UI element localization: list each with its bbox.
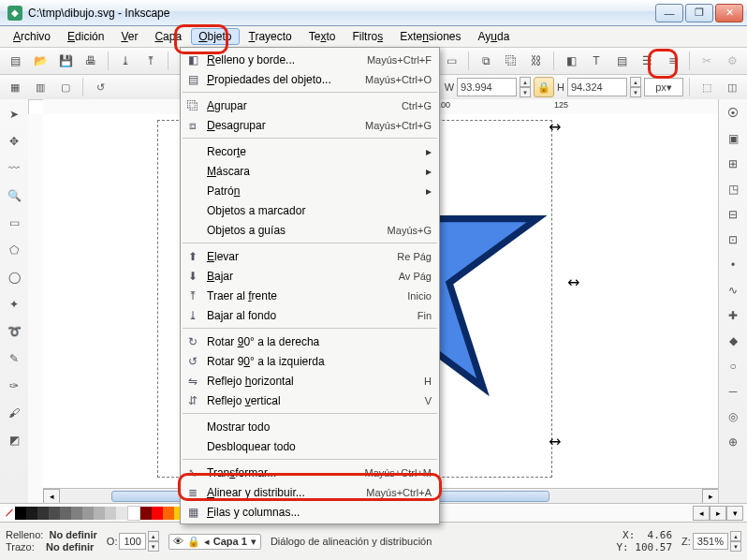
swatch[interactable] bbox=[105, 507, 116, 520]
sel-none-icon[interactable]: ▢ bbox=[54, 76, 77, 98]
menu-archivo[interactable]: Archivo bbox=[6, 28, 58, 45]
new-file-icon[interactable]: ▤ bbox=[4, 50, 26, 72]
duplicate-icon[interactable]: ⧉ bbox=[475, 50, 497, 72]
swatch[interactable] bbox=[163, 507, 174, 520]
snap-object-center-icon[interactable]: ◎ bbox=[722, 405, 744, 428]
swatch[interactable] bbox=[94, 507, 105, 520]
menu-trayecto[interactable]: Trayecto bbox=[242, 28, 300, 45]
text-icon[interactable]: T bbox=[585, 50, 608, 72]
swatch[interactable] bbox=[15, 507, 26, 520]
affect-corner-icon[interactable]: ◫ bbox=[721, 76, 743, 98]
sel-handle-se[interactable]: ↔ bbox=[549, 433, 561, 450]
menu-desbloquear-todo[interactable]: Desbloquear todo bbox=[181, 436, 439, 456]
menu-bajar[interactable]: ⬇ BajarAv Pág bbox=[181, 266, 439, 286]
opacity-input[interactable]: 100 bbox=[119, 533, 145, 550]
snap-path-icon[interactable]: ∿ bbox=[722, 279, 744, 302]
menu-capa[interactable]: Capa bbox=[147, 28, 189, 45]
tool-calligraphy-icon[interactable]: 🖌 bbox=[2, 401, 26, 425]
menu-propiedades[interactable]: ▤ Propiedades del objeto... Mayús+Ctrl+O bbox=[181, 69, 439, 89]
menu-objeto[interactable]: Objeto bbox=[191, 28, 239, 45]
swatch[interactable] bbox=[127, 506, 140, 521]
menu-ayuda[interactable]: Ayuda bbox=[471, 28, 518, 45]
maximize-button[interactable]: ❐ bbox=[685, 4, 713, 22]
width-input[interactable]: 93.994 bbox=[457, 78, 517, 96]
snap-intersect-icon[interactable]: ✚ bbox=[722, 304, 744, 327]
sel-handle-ne[interactable]: ↔ bbox=[549, 118, 561, 136]
zoom-spinner[interactable]: ▲▼ bbox=[730, 531, 741, 552]
open-file-icon[interactable]: 📂 bbox=[29, 50, 51, 72]
tool-selector-icon[interactable]: ➤ bbox=[2, 102, 26, 126]
snap-midedge-icon[interactable]: ⊟ bbox=[722, 203, 744, 226]
tool-spiral-icon[interactable]: ➰ bbox=[2, 319, 26, 344]
menu-filas[interactable]: ▦ Filas y columnas... bbox=[181, 502, 439, 522]
scroll-right-icon[interactable]: ▸ bbox=[702, 489, 719, 504]
menu-elevar[interactable]: ⬆ ElevarRe Pág bbox=[181, 246, 439, 266]
swatch[interactable] bbox=[37, 507, 49, 520]
sel-handle-e[interactable]: ↔ bbox=[567, 273, 579, 291]
close-button[interactable]: ✕ bbox=[715, 4, 743, 22]
rotate-ccw-icon[interactable]: ↺ bbox=[89, 76, 111, 98]
layer-selector[interactable]: 👁 🔒 ◂ Capa 1 ▾ bbox=[168, 534, 261, 550]
tool-star-icon[interactable]: ✦ bbox=[2, 292, 26, 317]
snap-smooth-icon[interactable]: ○ bbox=[722, 355, 744, 377]
menu-mostrar-todo[interactable]: Mostrar todo bbox=[181, 417, 439, 436]
align-dialog-icon[interactable]: ≡ bbox=[661, 50, 683, 72]
layers-icon[interactable]: ☰ bbox=[636, 50, 658, 72]
menu-agrupar[interactable]: ⿻ Agrupar Ctrl+G bbox=[181, 96, 439, 115]
menu-transformar[interactable]: ⤡ Transformar...Mayús+Ctrl+M bbox=[181, 463, 439, 482]
menu-filtros[interactable]: Filtros bbox=[344, 28, 390, 45]
palette-scroll-left-icon[interactable]: ◂ bbox=[693, 506, 710, 521]
menu-recorte[interactable]: Recorte▸ bbox=[181, 141, 439, 161]
snap-center-icon[interactable]: ⊡ bbox=[722, 228, 744, 251]
snap-enable-icon[interactable]: ⦿ bbox=[722, 102, 744, 125]
tool-bezier-icon[interactable]: ✑ bbox=[2, 374, 26, 398]
docprops-icon[interactable]: ⚙ bbox=[721, 50, 743, 72]
menu-desagrupar[interactable]: ⧈ Desagrupar Mayús+Ctrl+G bbox=[181, 115, 439, 135]
menu-fondo[interactable]: ⤓ Bajar al fondoFin bbox=[181, 305, 439, 325]
menu-objetos-guias[interactable]: Objetos a guías Mayús+G bbox=[181, 220, 439, 240]
swatch-none[interactable] bbox=[4, 507, 15, 520]
tool-rect-icon[interactable]: ▭ bbox=[2, 211, 26, 235]
menu-alinear[interactable]: ≣ Alinear y distribuir...Mayús+Ctrl+A bbox=[181, 482, 439, 502]
width-spinner[interactable]: ▲▼ bbox=[520, 77, 531, 97]
menu-edicion[interactable]: Edición bbox=[60, 28, 111, 45]
menu-rot90i[interactable]: ↺ Rotar 90° a la izquierda bbox=[181, 351, 439, 371]
layer-visibility-icon[interactable]: 👁 bbox=[173, 536, 183, 547]
sel-all-icon[interactable]: ▦ bbox=[4, 76, 26, 98]
snap-line-mid-icon[interactable]: ─ bbox=[722, 380, 744, 403]
clone-icon[interactable]: ⿻ bbox=[500, 50, 522, 72]
print-icon[interactable]: 🖶 bbox=[80, 50, 102, 72]
palette-menu-icon[interactable]: ▾ bbox=[726, 506, 743, 521]
tool-3dbox-icon[interactable]: ⬠ bbox=[2, 238, 26, 262]
swatch[interactable] bbox=[26, 507, 37, 520]
menu-rot90d[interactable]: ↻ Rotar 90° a la derecha bbox=[181, 332, 439, 351]
affect-stroke-icon[interactable]: ⬚ bbox=[696, 76, 718, 98]
height-input[interactable]: 94.324 bbox=[567, 78, 627, 96]
save-icon[interactable]: 💾 bbox=[54, 50, 77, 72]
tool-pencil-icon[interactable]: ✎ bbox=[2, 346, 26, 371]
menu-mascara[interactable]: Máscara▸ bbox=[181, 161, 439, 181]
export-icon[interactable]: ⤒ bbox=[139, 50, 162, 72]
prefs-icon[interactable]: ✂ bbox=[696, 50, 718, 72]
menu-reflejo-v[interactable]: ⇵ Reflejo verticalV bbox=[181, 391, 439, 410]
menu-ver[interactable]: Ver bbox=[113, 28, 145, 45]
tool-zoom-icon[interactable]: 🔍 bbox=[2, 184, 26, 208]
snap-edge-icon[interactable]: ⊞ bbox=[722, 153, 744, 175]
snap-cusp-icon[interactable]: ◆ bbox=[722, 330, 744, 352]
fill-stroke-icon[interactable]: ◧ bbox=[560, 50, 582, 72]
menu-extensiones[interactable]: Extensiones bbox=[392, 28, 468, 45]
swatch[interactable] bbox=[140, 507, 152, 520]
tool-eraser-icon[interactable]: ◩ bbox=[2, 428, 26, 452]
sel-layers-icon[interactable]: ▥ bbox=[29, 76, 51, 98]
swatch[interactable] bbox=[71, 507, 82, 520]
tool-node-icon[interactable]: ✥ bbox=[2, 129, 26, 154]
lock-aspect-icon[interactable]: 🔒 bbox=[534, 77, 554, 97]
swatch[interactable] bbox=[60, 507, 71, 520]
import-icon[interactable]: ⤓ bbox=[114, 50, 137, 72]
swatch[interactable] bbox=[152, 507, 163, 520]
minimize-button[interactable]: — bbox=[655, 4, 683, 22]
menu-objetos-marcador[interactable]: Objetos a marcador bbox=[181, 200, 439, 220]
snap-bbox-icon[interactable]: ▣ bbox=[722, 127, 744, 150]
height-spinner[interactable]: ▲▼ bbox=[630, 77, 641, 97]
menu-patron[interactable]: Patrón▸ bbox=[181, 181, 439, 200]
